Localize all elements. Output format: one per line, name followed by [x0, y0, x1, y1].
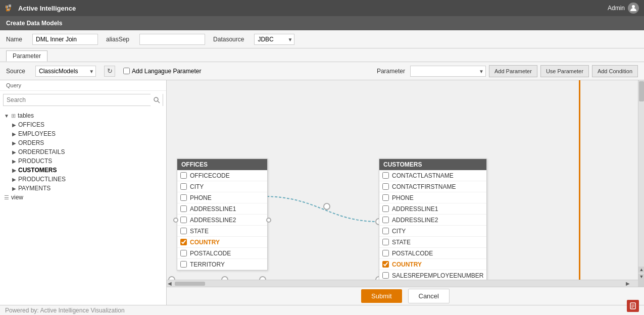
sidebar-item-employees[interactable]: ▶ EMPLOYEES — [0, 129, 166, 138]
view-icon: ☰ — [4, 194, 9, 201]
scroll-down-arrow[interactable]: ▼ — [638, 274, 644, 280]
search-input[interactable] — [4, 96, 151, 103]
customers-panel-header: CUSTOMERS — [379, 159, 486, 170]
customers-state-check[interactable] — [382, 239, 389, 245]
h-scroll-thumb[interactable] — [175, 282, 205, 286]
offices-state-check[interactable] — [180, 228, 187, 234]
customers-addressline2-check[interactable] — [382, 217, 389, 223]
vertical-scrollbar[interactable]: ▲ ▼ — [638, 80, 644, 280]
customers-city-check[interactable] — [382, 228, 389, 234]
offices-phone-check[interactable] — [180, 194, 187, 201]
add-language-label: Add Langague Parameter — [132, 68, 201, 75]
payments-label: PAYMENTS — [18, 185, 51, 192]
customers-addressline1-check[interactable] — [382, 205, 389, 212]
scroll-up-arrow[interactable]: ▲ — [638, 267, 644, 273]
customers-contactfirstname-check[interactable] — [382, 183, 389, 190]
offices-field-country: COUNTRY — [177, 237, 267, 248]
customers-field-country: COUNTRY — [379, 259, 486, 270]
customers-title: CUSTOMERS — [383, 161, 422, 168]
canvas-overflow: OFFICES OFFICECODE CITY — [167, 80, 644, 287]
scroll-right-arrow[interactable]: ▶ — [625, 281, 631, 286]
expand-icon-customers: ▶ — [12, 168, 16, 173]
orderdetails-label: ORDERDETAILS — [18, 148, 65, 155]
alias-sep-label: aliasSep — [106, 36, 129, 43]
use-parameter-button[interactable]: Use Parameter — [540, 65, 589, 77]
customers-country-check[interactable] — [382, 261, 389, 268]
svg-line-8 — [158, 101, 160, 103]
sidebar-item-offices[interactable]: ▶ OFFICES — [0, 120, 166, 129]
footer: Powered by: Active Intelligence Visualiz… — [0, 305, 644, 315]
scroll-left-arrow[interactable]: ◀ — [167, 281, 173, 286]
parameter-select[interactable] — [410, 66, 486, 77]
customers-field-city: CITY — [379, 226, 486, 237]
source-select[interactable]: ClassicModels — [35, 66, 96, 77]
customers-field-contactfirstname: CONTACTFIRSTNAME — [379, 181, 486, 192]
expand-icon-orderdetails: ▶ — [12, 149, 16, 155]
sidebar: Query ▼ ⊞ tables — [0, 80, 167, 305]
datasource-select-wrap: JDBC ▼ — [254, 34, 294, 45]
sidebar-item-products[interactable]: ▶ PRODUCTS — [0, 156, 166, 166]
search-button[interactable] — [151, 94, 163, 106]
orders-label: ORDERS — [18, 139, 44, 146]
customers-postalcode-check[interactable] — [382, 250, 389, 256]
expand-icon-payments: ▶ — [12, 186, 16, 191]
v-scroll-thumb[interactable] — [639, 81, 644, 101]
offices-field-addressline2: ADDRESSLINE2 — [177, 215, 267, 226]
join-right-dot — [266, 218, 271, 223]
customers-field-postalcode: POSTALCODE — [379, 248, 486, 259]
add-condition-button[interactable]: Add Condition — [592, 65, 638, 77]
svg-point-7 — [154, 97, 158, 101]
customers-contactlastname-check[interactable] — [382, 172, 389, 179]
name-input[interactable] — [32, 34, 98, 45]
offices-officecode-check[interactable] — [180, 172, 187, 179]
offices-field-phone: PHONE — [177, 192, 267, 203]
offices-title: OFFICES — [181, 161, 208, 168]
avatar[interactable] — [628, 3, 639, 14]
source-label: Source — [6, 68, 25, 75]
source-select-wrap: ClassicModels ▼ — [35, 66, 96, 77]
orange-separator-line — [579, 80, 580, 287]
submit-button[interactable]: Submit — [361, 289, 402, 303]
param-tab-row: Parameter — [0, 48, 644, 62]
tree-expand-icon: ▼ — [4, 113, 9, 119]
admin-label: Admin — [608, 5, 625, 12]
add-language-check: Add Langague Parameter — [123, 68, 201, 75]
datasource-select[interactable]: JDBC — [254, 34, 294, 45]
sidebar-item-productlines[interactable]: ▶ PRODUCTLINES — [0, 175, 166, 184]
join-left-dot — [173, 218, 178, 223]
cancel-button[interactable]: Cancel — [408, 289, 450, 303]
offices-addressline1-check[interactable] — [180, 205, 187, 212]
svg-point-10 — [324, 203, 330, 209]
horizontal-scrollbar[interactable]: ◀ ▶ — [167, 280, 638, 287]
expand-icon-orders: ▶ — [12, 140, 16, 146]
alias-sep-input[interactable] — [139, 34, 205, 45]
expand-icon-products: ▶ — [12, 159, 16, 164]
offices-postalcode-check[interactable] — [180, 250, 187, 256]
app: Active Intelligence Admin Create Data Mo… — [0, 0, 644, 315]
work-body: Query ▼ ⊞ tables — [0, 80, 644, 305]
add-parameter-button[interactable]: Add Parameter — [489, 65, 537, 77]
customers-field-phone: PHONE — [379, 192, 486, 203]
tree-tables-label: tables — [18, 112, 34, 119]
customers-field-state: STATE — [379, 237, 486, 248]
customers-salesrep-check[interactable] — [382, 272, 389, 279]
parameter-tab[interactable]: Parameter — [6, 50, 47, 62]
name-label: Name — [6, 36, 22, 43]
sidebar-item-orderdetails[interactable]: ▶ ORDERDETAILS — [0, 147, 166, 156]
add-language-checkbox[interactable] — [123, 68, 130, 74]
expand-icon-employees: ▶ — [12, 131, 16, 137]
offices-city-check[interactable] — [180, 183, 187, 190]
sidebar-item-orders[interactable]: ▶ ORDERS — [0, 138, 166, 147]
refresh-button[interactable]: ↻ — [104, 66, 115, 77]
sidebar-item-payments[interactable]: ▶ PAYMENTS — [0, 184, 166, 193]
offices-territory-check[interactable] — [180, 261, 187, 268]
tree-view-root[interactable]: ☰ view — [0, 193, 166, 202]
right-panel: OFFICES OFFICECODE CITY — [167, 80, 644, 305]
report-icon[interactable] — [627, 300, 639, 312]
customers-phone-check[interactable] — [382, 194, 389, 201]
offices-addressline2-check[interactable] — [180, 217, 187, 223]
offices-country-check[interactable] — [180, 239, 187, 245]
tree-tables-root[interactable]: ▼ ⊞ tables — [0, 111, 166, 120]
sidebar-item-customers[interactable]: ▶ CUSTOMERS — [0, 166, 166, 175]
app-title: Active Intelligence — [18, 5, 608, 12]
